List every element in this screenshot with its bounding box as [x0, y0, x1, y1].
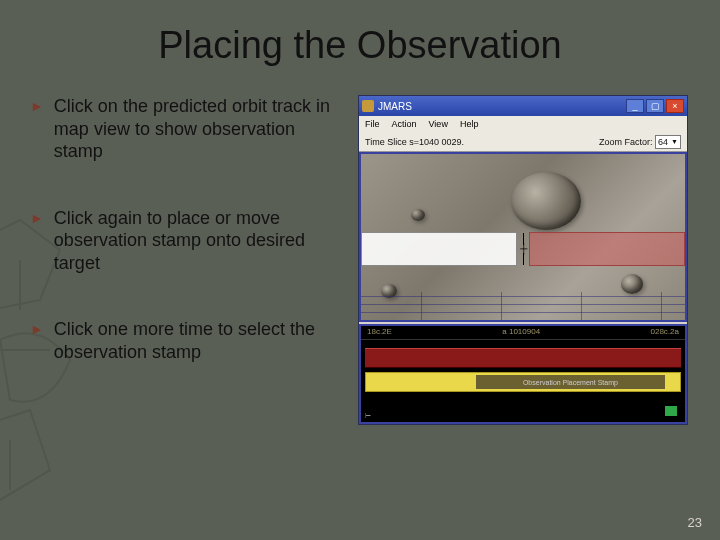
map-view[interactable]: ┼: [359, 152, 687, 322]
bullet-text: Click one more time to select the observ…: [54, 318, 340, 363]
timeline-track-yellow[interactable]: Observation Placement Stamp: [365, 372, 681, 392]
zoom-select[interactable]: 64 ▼: [655, 135, 681, 149]
toolbar: Time Slice s=1040 0029. Zoom Factor: 64 …: [359, 132, 687, 152]
menu-file[interactable]: File: [365, 119, 380, 129]
crater-feature: [621, 274, 643, 294]
titlebar: JMARS _ ▢ ×: [359, 96, 687, 116]
stamp-right-region: [529, 232, 685, 266]
menubar: File Action View Help: [359, 116, 687, 132]
zoom-value: 64: [658, 137, 668, 147]
menu-action[interactable]: Action: [392, 119, 417, 129]
app-window: JMARS _ ▢ × File Action View Help Time S…: [358, 95, 688, 425]
bullet-arrow-icon: ►: [30, 207, 44, 275]
menu-view[interactable]: View: [429, 119, 448, 129]
target-crosshair-icon: ┼: [520, 232, 528, 266]
ruler-tick: a 1010904: [502, 327, 540, 338]
orbit-track-line: [361, 312, 685, 313]
page-number: 23: [688, 515, 702, 530]
chevron-down-icon: ▼: [671, 138, 678, 145]
bullet-item: ► Click on the predicted orbit track in …: [30, 95, 340, 163]
bullet-text: Click on the predicted orbit track in ma…: [54, 95, 340, 163]
app-title: JMARS: [378, 101, 622, 112]
time-slice-label: Time Slice s=1040 0029.: [365, 137, 464, 147]
orbit-track-line: [581, 292, 582, 320]
crater-feature: [411, 209, 425, 221]
app-icon: [362, 100, 374, 112]
timeline-track-red[interactable]: [365, 348, 681, 368]
zoom-control: Zoom Factor: 64 ▼: [599, 135, 681, 149]
ruler-tick: 18c.2E: [367, 327, 392, 338]
timeline-green-marker: [665, 406, 677, 416]
timeline-panel[interactable]: 18c.2E a 1010904 028c.2a Observation Pla…: [359, 324, 687, 424]
bullet-arrow-icon: ►: [30, 318, 44, 363]
close-button[interactable]: ×: [666, 99, 684, 113]
maximize-button[interactable]: ▢: [646, 99, 664, 113]
bullet-arrow-icon: ►: [30, 95, 44, 163]
orbit-track-line: [361, 304, 685, 305]
orbit-track-line: [501, 292, 502, 320]
timeline-footer-label: Observation Placement Stamp: [476, 375, 666, 389]
zoom-label: Zoom Factor:: [599, 137, 653, 147]
timeline-bottom-tick: ⊢: [365, 412, 371, 420]
slide-title: Placing the Observation: [30, 24, 690, 67]
menu-help[interactable]: Help: [460, 119, 479, 129]
orbit-track-line: [661, 292, 662, 320]
orbit-track-line: [361, 296, 685, 297]
timeline-ruler: 18c.2E a 1010904 028c.2a: [361, 326, 685, 340]
ruler-tick: 028c.2a: [651, 327, 679, 338]
crater-feature: [511, 172, 581, 230]
observation-stamp[interactable]: ┼: [361, 232, 685, 266]
bullet-item: ► Click again to place or move observati…: [30, 207, 340, 275]
orbit-track-line: [421, 292, 422, 320]
bullet-text: Click again to place or move observation…: [54, 207, 340, 275]
bullet-item: ► Click one more time to select the obse…: [30, 318, 340, 363]
stamp-left-region: [361, 232, 517, 266]
minimize-button[interactable]: _: [626, 99, 644, 113]
bullet-list: ► Click on the predicted orbit track in …: [30, 95, 340, 363]
